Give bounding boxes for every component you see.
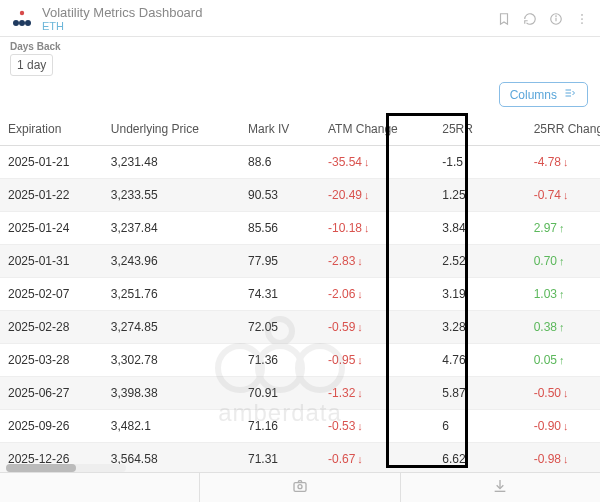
table-row[interactable]: 2025-09-263,482.171.16-0.53↓6-0.90↓ xyxy=(0,410,600,443)
cell-25rr-change: -0.90↓ xyxy=(526,410,600,443)
cell-underlying: 3,482.1 xyxy=(103,410,240,443)
columns-button[interactable]: Columns xyxy=(499,82,588,107)
cell-25rr-change: -0.50↓ xyxy=(526,377,600,410)
days-back-select[interactable]: 1 day xyxy=(10,54,53,76)
svg-point-0 xyxy=(20,11,24,15)
cell-25rr-change: -0.98↓ xyxy=(526,443,600,474)
svg-point-6 xyxy=(556,16,557,17)
svg-point-9 xyxy=(581,22,583,24)
cell-underlying: 3,398.38 xyxy=(103,377,240,410)
cell-mark-iv: 72.05 xyxy=(240,311,320,344)
page-subtitle: ETH xyxy=(42,20,202,32)
cell-atm-change: -0.95↓ xyxy=(320,344,434,377)
table-row[interactable]: 2025-01-213,231.4888.6-35.54↓-1.5-4.78↓ xyxy=(0,146,600,179)
cell-atm-change: -0.59↓ xyxy=(320,311,434,344)
cell-mark-iv: 70.91 xyxy=(240,377,320,410)
col-mark-iv[interactable]: Mark IV xyxy=(240,113,320,146)
cell-25rr-change: -0.74↓ xyxy=(526,179,600,212)
table-row[interactable]: 2025-01-243,237.8485.56-10.18↓3.842.97↑ xyxy=(0,212,600,245)
cell-25rr: 3.84 xyxy=(434,212,525,245)
col-atm-change[interactable]: ATM Change xyxy=(320,113,434,146)
columns-icon xyxy=(563,87,577,102)
cell-expiration: 2025-03-28 xyxy=(0,344,103,377)
cell-atm-change: -1.32↓ xyxy=(320,377,434,410)
cell-mark-iv: 90.53 xyxy=(240,179,320,212)
bottom-seg-left[interactable] xyxy=(0,473,200,502)
cell-atm-change: -0.53↓ xyxy=(320,410,434,443)
cell-expiration: 2025-02-28 xyxy=(0,311,103,344)
days-back-value: 1 day xyxy=(17,58,46,72)
cell-25rr: 5.87 xyxy=(434,377,525,410)
table-container: Expiration Underlying Price Mark IV ATM … xyxy=(0,113,600,473)
cell-mark-iv: 71.36 xyxy=(240,344,320,377)
cell-underlying: 3,233.55 xyxy=(103,179,240,212)
screenshot-button[interactable] xyxy=(200,473,400,502)
col-expiration[interactable]: Expiration xyxy=(0,113,103,146)
cell-underlying: 3,243.96 xyxy=(103,245,240,278)
info-icon[interactable] xyxy=(548,11,564,27)
cell-mark-iv: 74.31 xyxy=(240,278,320,311)
cell-atm-change: -2.83↓ xyxy=(320,245,434,278)
cell-atm-change: -2.06↓ xyxy=(320,278,434,311)
download-icon xyxy=(492,478,508,498)
cell-expiration: 2025-06-27 xyxy=(0,377,103,410)
cell-atm-change: -20.49↓ xyxy=(320,179,434,212)
cell-underlying: 3,231.48 xyxy=(103,146,240,179)
cell-25rr: 6.62 xyxy=(434,443,525,474)
cell-25rr-change: -4.78↓ xyxy=(526,146,600,179)
cell-atm-change: -10.18↓ xyxy=(320,212,434,245)
table-row[interactable]: 2025-01-223,233.5590.53-20.49↓1.25-0.74↓ xyxy=(0,179,600,212)
svg-point-2 xyxy=(19,20,25,26)
svg-point-18 xyxy=(298,484,302,488)
columns-button-label: Columns xyxy=(510,88,557,102)
scrollbar-thumb[interactable] xyxy=(6,464,76,472)
bookmark-icon[interactable] xyxy=(496,11,512,27)
cell-25rr: 4.76 xyxy=(434,344,525,377)
cell-atm-change: -0.67↓ xyxy=(320,443,434,474)
col-underlying-price[interactable]: Underlying Price xyxy=(103,113,240,146)
col-25rr[interactable]: 25RR xyxy=(434,113,525,146)
table-row[interactable]: 2025-03-283,302.7871.36-0.95↓4.760.05↑ xyxy=(0,344,600,377)
table-row[interactable]: 2025-02-073,251.7674.31-2.06↓3.191.03↑ xyxy=(0,278,600,311)
refresh-icon[interactable] xyxy=(522,11,538,27)
col-25rr-change[interactable]: 25RR Change xyxy=(526,113,600,146)
cell-mark-iv: 71.16 xyxy=(240,410,320,443)
cell-25rr-change: 0.70↑ xyxy=(526,245,600,278)
page-title: Volatility Metrics Dashboard xyxy=(42,6,202,20)
table-row[interactable]: 2025-01-313,243.9677.95-2.83↓2.520.70↑ xyxy=(0,245,600,278)
cell-expiration: 2025-01-22 xyxy=(0,179,103,212)
cell-25rr-change: 1.03↑ xyxy=(526,278,600,311)
svg-point-3 xyxy=(25,20,31,26)
volatility-table: Expiration Underlying Price Mark IV ATM … xyxy=(0,113,600,473)
cell-25rr-change: 2.97↑ xyxy=(526,212,600,245)
cell-25rr: -1.5 xyxy=(434,146,525,179)
cell-25rr: 3.19 xyxy=(434,278,525,311)
horizontal-scrollbar[interactable] xyxy=(6,464,126,472)
cell-25rr-change: 0.38↑ xyxy=(526,311,600,344)
table-row[interactable]: 2025-02-283,274.8572.05-0.59↓3.280.38↑ xyxy=(0,311,600,344)
days-back-label: Days Back xyxy=(10,41,590,52)
cell-25rr: 1.25 xyxy=(434,179,525,212)
svg-point-7 xyxy=(581,14,583,16)
cell-25rr: 6 xyxy=(434,410,525,443)
svg-rect-17 xyxy=(294,482,306,491)
cell-underlying: 3,237.84 xyxy=(103,212,240,245)
cell-underlying: 3,302.78 xyxy=(103,344,240,377)
cell-25rr-change: 0.05↑ xyxy=(526,344,600,377)
cell-expiration: 2025-01-24 xyxy=(0,212,103,245)
cell-mark-iv: 85.56 xyxy=(240,212,320,245)
header: Volatility Metrics Dashboard ETH xyxy=(0,0,600,37)
download-button[interactable] xyxy=(401,473,600,502)
svg-point-1 xyxy=(13,20,19,26)
cell-expiration: 2025-01-21 xyxy=(0,146,103,179)
cell-expiration: 2025-02-07 xyxy=(0,278,103,311)
cell-mark-iv: 71.31 xyxy=(240,443,320,474)
table-row[interactable]: 2025-06-273,398.3870.91-1.32↓5.87-0.50↓ xyxy=(0,377,600,410)
cell-25rr: 2.52 xyxy=(434,245,525,278)
svg-point-8 xyxy=(581,18,583,20)
cell-underlying: 3,251.76 xyxy=(103,278,240,311)
bottom-toolbar xyxy=(0,472,600,502)
more-icon[interactable] xyxy=(574,11,590,27)
cell-expiration: 2025-01-31 xyxy=(0,245,103,278)
cell-mark-iv: 77.95 xyxy=(240,245,320,278)
